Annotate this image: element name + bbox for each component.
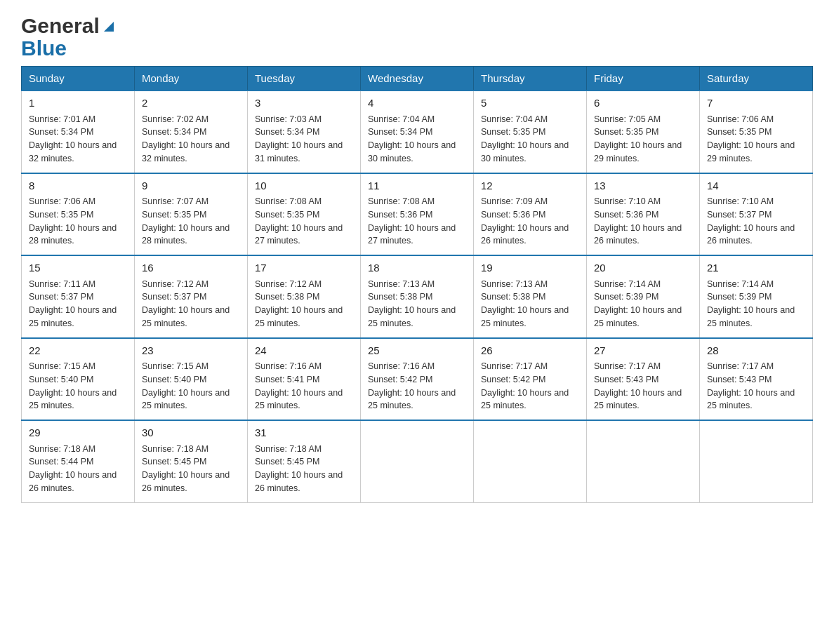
calendar-day-cell: 31Sunrise: 7:18 AMSunset: 5:45 PMDayligh… — [248, 420, 361, 502]
calendar-day-cell: 15Sunrise: 7:11 AMSunset: 5:37 PMDayligh… — [22, 255, 135, 338]
day-info: Sunrise: 7:13 AMSunset: 5:38 PMDaylight:… — [368, 279, 456, 328]
calendar-day-cell: 20Sunrise: 7:14 AMSunset: 5:39 PMDayligh… — [587, 255, 700, 338]
day-number: 4 — [368, 95, 466, 112]
weekday-header-saturday: Saturday — [700, 67, 813, 91]
page-header: General Blue — [21, 14, 813, 59]
calendar-empty-cell — [361, 420, 474, 502]
day-number: 8 — [29, 178, 127, 194]
calendar-day-cell: 29Sunrise: 7:18 AMSunset: 5:44 PMDayligh… — [22, 420, 135, 502]
calendar-day-cell: 27Sunrise: 7:17 AMSunset: 5:43 PMDayligh… — [587, 338, 700, 421]
day-info: Sunrise: 7:01 AMSunset: 5:34 PMDaylight:… — [29, 114, 117, 163]
day-number: 19 — [481, 260, 579, 276]
calendar-header-row: SundayMondayTuesdayWednesdayThursdayFrid… — [22, 67, 813, 91]
day-info: Sunrise: 7:04 AMSunset: 5:34 PMDaylight:… — [368, 114, 456, 163]
day-info: Sunrise: 7:18 AMSunset: 5:44 PMDaylight:… — [29, 444, 117, 493]
day-info: Sunrise: 7:05 AMSunset: 5:35 PMDaylight:… — [594, 114, 682, 163]
day-number: 27 — [594, 343, 692, 359]
calendar-day-cell: 16Sunrise: 7:12 AMSunset: 5:37 PMDayligh… — [135, 255, 248, 338]
calendar-day-cell: 13Sunrise: 7:10 AMSunset: 5:36 PMDayligh… — [587, 173, 700, 256]
day-info: Sunrise: 7:09 AMSunset: 5:36 PMDaylight:… — [481, 196, 569, 246]
day-number: 30 — [142, 425, 240, 441]
calendar-day-cell: 22Sunrise: 7:15 AMSunset: 5:40 PMDayligh… — [22, 338, 135, 421]
day-number: 2 — [142, 95, 240, 112]
day-number: 17 — [255, 260, 353, 276]
day-info: Sunrise: 7:08 AMSunset: 5:36 PMDaylight:… — [368, 196, 456, 246]
calendar-day-cell: 6Sunrise: 7:05 AMSunset: 5:35 PMDaylight… — [587, 90, 700, 173]
day-info: Sunrise: 7:14 AMSunset: 5:39 PMDaylight:… — [707, 279, 795, 328]
calendar-week-row: 1Sunrise: 7:01 AMSunset: 5:34 PMDaylight… — [22, 90, 813, 173]
day-number: 26 — [481, 343, 579, 359]
logo-blue-text: Blue — [21, 38, 67, 59]
day-number: 7 — [707, 95, 805, 112]
calendar-day-cell: 2Sunrise: 7:02 AMSunset: 5:34 PMDaylight… — [135, 90, 248, 173]
day-info: Sunrise: 7:12 AMSunset: 5:37 PMDaylight:… — [142, 279, 230, 328]
svg-marker-0 — [104, 22, 114, 32]
calendar-day-cell: 11Sunrise: 7:08 AMSunset: 5:36 PMDayligh… — [361, 173, 474, 256]
day-info: Sunrise: 7:16 AMSunset: 5:41 PMDaylight:… — [255, 361, 343, 410]
day-number: 29 — [29, 425, 127, 441]
day-info: Sunrise: 7:17 AMSunset: 5:42 PMDaylight:… — [481, 361, 569, 410]
day-number: 5 — [481, 95, 579, 112]
calendar-day-cell: 10Sunrise: 7:08 AMSunset: 5:35 PMDayligh… — [248, 173, 361, 256]
calendar-day-cell: 1Sunrise: 7:01 AMSunset: 5:34 PMDaylight… — [22, 90, 135, 173]
day-number: 9 — [142, 178, 240, 194]
calendar-day-cell: 25Sunrise: 7:16 AMSunset: 5:42 PMDayligh… — [361, 338, 474, 421]
calendar-empty-cell — [474, 420, 587, 502]
day-number: 16 — [142, 260, 240, 276]
day-info: Sunrise: 7:04 AMSunset: 5:35 PMDaylight:… — [481, 114, 569, 163]
day-number: 20 — [594, 260, 692, 276]
weekday-header-wednesday: Wednesday — [361, 67, 474, 91]
day-info: Sunrise: 7:17 AMSunset: 5:43 PMDaylight:… — [594, 361, 682, 410]
day-number: 15 — [29, 260, 127, 276]
day-info: Sunrise: 7:07 AMSunset: 5:35 PMDaylight:… — [142, 196, 230, 246]
logo-general-text: General — [21, 14, 100, 38]
calendar-day-cell: 26Sunrise: 7:17 AMSunset: 5:42 PMDayligh… — [474, 338, 587, 421]
calendar-day-cell: 23Sunrise: 7:15 AMSunset: 5:40 PMDayligh… — [135, 338, 248, 421]
calendar-day-cell: 8Sunrise: 7:06 AMSunset: 5:35 PMDaylight… — [22, 173, 135, 256]
day-info: Sunrise: 7:11 AMSunset: 5:37 PMDaylight:… — [29, 279, 117, 328]
day-number: 12 — [481, 178, 579, 194]
day-info: Sunrise: 7:13 AMSunset: 5:38 PMDaylight:… — [481, 279, 569, 328]
calendar-day-cell: 18Sunrise: 7:13 AMSunset: 5:38 PMDayligh… — [361, 255, 474, 338]
day-info: Sunrise: 7:03 AMSunset: 5:34 PMDaylight:… — [255, 114, 343, 163]
day-number: 6 — [594, 95, 692, 112]
day-info: Sunrise: 7:16 AMSunset: 5:42 PMDaylight:… — [368, 361, 456, 410]
logo-triangle-icon — [101, 19, 117, 34]
calendar-day-cell: 12Sunrise: 7:09 AMSunset: 5:36 PMDayligh… — [474, 173, 587, 256]
day-number: 11 — [368, 178, 466, 194]
weekday-header-tuesday: Tuesday — [248, 67, 361, 91]
calendar-week-row: 15Sunrise: 7:11 AMSunset: 5:37 PMDayligh… — [22, 255, 813, 338]
calendar-week-row: 29Sunrise: 7:18 AMSunset: 5:44 PMDayligh… — [22, 420, 813, 502]
day-info: Sunrise: 7:15 AMSunset: 5:40 PMDaylight:… — [29, 361, 117, 410]
day-info: Sunrise: 7:08 AMSunset: 5:35 PMDaylight:… — [255, 196, 343, 246]
weekday-header-monday: Monday — [135, 67, 248, 91]
calendar-day-cell: 14Sunrise: 7:10 AMSunset: 5:37 PMDayligh… — [700, 173, 813, 256]
calendar-day-cell: 28Sunrise: 7:17 AMSunset: 5:43 PMDayligh… — [700, 338, 813, 421]
day-info: Sunrise: 7:15 AMSunset: 5:40 PMDaylight:… — [142, 361, 230, 410]
day-number: 28 — [707, 343, 805, 359]
calendar-table: SundayMondayTuesdayWednesdayThursdayFrid… — [21, 66, 813, 503]
calendar-empty-cell — [587, 420, 700, 502]
day-info: Sunrise: 7:18 AMSunset: 5:45 PMDaylight:… — [255, 444, 343, 493]
day-number: 1 — [29, 95, 127, 112]
day-info: Sunrise: 7:12 AMSunset: 5:38 PMDaylight:… — [255, 279, 343, 328]
day-info: Sunrise: 7:06 AMSunset: 5:35 PMDaylight:… — [707, 114, 795, 163]
day-info: Sunrise: 7:02 AMSunset: 5:34 PMDaylight:… — [142, 114, 230, 163]
day-number: 22 — [29, 343, 127, 359]
calendar-day-cell: 4Sunrise: 7:04 AMSunset: 5:34 PMDaylight… — [361, 90, 474, 173]
day-info: Sunrise: 7:14 AMSunset: 5:39 PMDaylight:… — [594, 279, 682, 328]
day-number: 14 — [707, 178, 805, 194]
weekday-header-thursday: Thursday — [474, 67, 587, 91]
day-info: Sunrise: 7:10 AMSunset: 5:36 PMDaylight:… — [594, 196, 682, 246]
calendar-day-cell: 19Sunrise: 7:13 AMSunset: 5:38 PMDayligh… — [474, 255, 587, 338]
day-number: 21 — [707, 260, 805, 276]
day-info: Sunrise: 7:17 AMSunset: 5:43 PMDaylight:… — [707, 361, 795, 410]
calendar-day-cell: 17Sunrise: 7:12 AMSunset: 5:38 PMDayligh… — [248, 255, 361, 338]
weekday-header-friday: Friday — [587, 67, 700, 91]
day-number: 24 — [255, 343, 353, 359]
day-info: Sunrise: 7:18 AMSunset: 5:45 PMDaylight:… — [142, 444, 230, 493]
day-number: 23 — [142, 343, 240, 359]
calendar-empty-cell — [700, 420, 813, 502]
logo: General Blue — [21, 14, 117, 59]
calendar-day-cell: 3Sunrise: 7:03 AMSunset: 5:34 PMDaylight… — [248, 90, 361, 173]
